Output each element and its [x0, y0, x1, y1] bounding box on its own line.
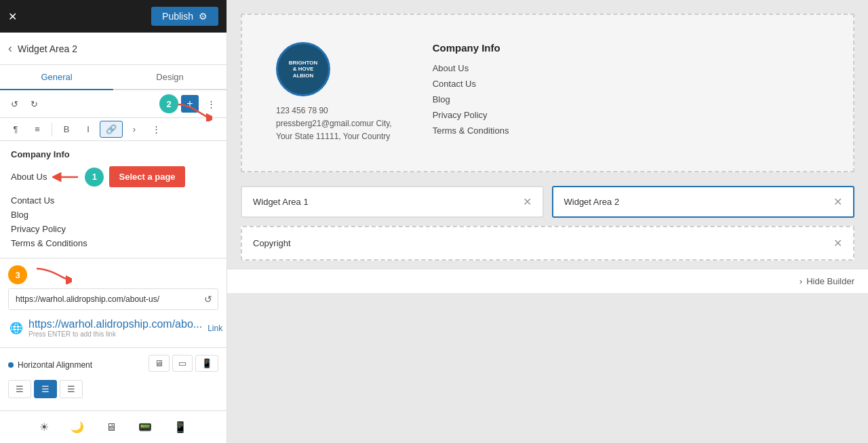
copyright-close[interactable]: ✕ [833, 237, 842, 250]
widget-row: Widget Area 1 ✕ Widget Area 2 ✕ [241, 186, 854, 218]
phone-btn[interactable]: 📱 [168, 418, 193, 436]
hide-builder-button[interactable]: › Hide Builder [800, 276, 854, 286]
panel-tabs: General Design [0, 65, 226, 90]
sun-moon-button[interactable]: ☀ [34, 418, 54, 436]
select-page-button[interactable]: Select a page [109, 166, 184, 187]
contact-city: Your State 11111, Your Country [276, 130, 392, 143]
alignment-label: Horizontal Alignment 🖥 ▭ 📱 [8, 355, 218, 374]
left-panel: ✕ Publish ⚙ ‹ Widget Area 2 General Desi… [0, 0, 227, 443]
logo-circle: BRIGHTON& HOVEALBION [276, 42, 330, 96]
widget-tab-2[interactable]: Widget Area 2 ✕ [552, 186, 855, 218]
widget-tabs-area: Widget Area 1 ✕ Widget Area 2 ✕ Copyrigh… [227, 186, 868, 269]
widget-tab-1-label: Widget Area 1 [253, 197, 309, 207]
url-suggestion: 🌐 https://warhol.alidropship.com/abo... … [8, 315, 218, 341]
align-controls: ☰ ☰ ☰ [8, 380, 218, 398]
bottom-toolbar: ☀ 🌙 🖥 📟 📱 [0, 410, 226, 443]
redo-button[interactable]: ↻ [25, 96, 43, 113]
undo-button[interactable]: ↺ [5, 96, 24, 113]
widget-tab-2-close[interactable]: ✕ [833, 195, 842, 208]
desktop-btn[interactable]: 🖥 [100, 419, 122, 436]
align-center-button[interactable]: ☰ [34, 380, 57, 398]
content-area: Company Info About Us 1 Select a page Co… [0, 141, 226, 258]
url-suggestion-main[interactable]: https://warhol.alidropship.com/abo... [28, 318, 202, 330]
close-icon[interactable]: ✕ [8, 10, 17, 23]
add-block-button[interactable]: + [181, 95, 199, 113]
footer-nav-links: About Us Contact Us Blog Privacy Policy … [433, 63, 509, 136]
widget-tab-1[interactable]: Widget Area 1 ✕ [241, 186, 544, 218]
paragraph-button[interactable]: ¶ [5, 121, 26, 138]
mobile-view-btn[interactable]: 📱 [195, 355, 218, 372]
nav-link-contact-us[interactable]: Contact Us [11, 195, 216, 206]
tablet-btn[interactable]: 📟 [133, 418, 157, 436]
url-suggestion-sub: Press ENTER to add this link [28, 330, 202, 338]
footer-logo-section: BRIGHTON& HOVEALBION 123 456 78 90 press… [276, 42, 392, 144]
url-input[interactable] [9, 289, 199, 309]
toolbar-row: ↺ ↻ 2 + ⋮ [0, 90, 226, 118]
footer-preview: BRIGHTON& HOVEALBION 123 456 78 90 press… [241, 14, 854, 172]
builder-bar: › Hide Builder [227, 269, 868, 293]
desktop-view-btn[interactable]: 🖥 [149, 355, 170, 372]
back-arrow-icon[interactable]: ‹ [8, 41, 12, 56]
footer-link-contact: Contact Us [433, 79, 509, 89]
main-canvas: BRIGHTON& HOVEALBION 123 456 78 90 press… [227, 0, 868, 443]
url-refresh-button[interactable]: ↺ [199, 290, 218, 309]
footer-nav-title: Company Info [433, 42, 509, 54]
tablet-view-btn[interactable]: ▭ [172, 355, 193, 372]
widget-tab-2-label: Widget Area 2 [564, 197, 620, 207]
nav-link-about-us[interactable]: About Us [11, 172, 47, 182]
align-button[interactable]: ≡ [27, 121, 47, 138]
moon-button[interactable]: 🌙 [65, 418, 90, 436]
bold-button[interactable]: B [56, 121, 77, 138]
url-link-button[interactable]: Link [208, 324, 222, 333]
format-more-dots[interactable]: ⋮ [146, 121, 167, 138]
footer-link-privacy: Privacy Policy [433, 110, 509, 120]
nav-link-blog[interactable]: Blog [11, 210, 216, 220]
url-section: 3 ↺ 🌐 https://warhol.alidropship.com/abo… [0, 258, 226, 347]
url-input-row: ↺ [8, 288, 218, 310]
widget-tab-1-close[interactable]: ✕ [523, 195, 532, 208]
widget-area-title: Widget Area 2 [18, 43, 218, 54]
italic-button[interactable]: I [78, 121, 98, 138]
tab-general[interactable]: General [0, 65, 113, 90]
format-toolbar: ¶ ≡ B I 🔗 › ⋮ [0, 118, 226, 141]
more-options-button[interactable]: ⋮ [201, 96, 221, 113]
gear-icon: ⚙ [199, 11, 208, 22]
toolbar-divider [52, 123, 52, 136]
contact-email: pressberg21@gmail.comur City, [276, 117, 392, 130]
align-left-button[interactable]: ☰ [8, 380, 31, 398]
bottom-settings: Horizontal Alignment 🖥 ▭ 📱 ☰ ☰ ☰ [0, 347, 226, 410]
footer-link-terms: Terms & Conditions [433, 126, 509, 136]
nav-link-terms[interactable]: Terms & Conditions [11, 238, 216, 248]
chevron-icon: › [800, 276, 802, 286]
tab-design[interactable]: Design [113, 65, 226, 90]
link-button[interactable]: 🔗 [100, 121, 123, 138]
footer-contact: 123 456 78 90 pressberg21@gmail.comur Ci… [276, 104, 392, 144]
annotation-badge-2: 2 [159, 94, 178, 113]
nav-links-list: About Us 1 Select a page Contact Us Blog… [11, 166, 216, 248]
more-format-button[interactable]: › [124, 121, 144, 138]
publish-label: Publish [162, 11, 193, 22]
copyright-label: Copyright [253, 238, 291, 248]
hide-builder-label: Hide Builder [806, 276, 854, 286]
footer-link-about: About Us [433, 63, 509, 73]
publish-button[interactable]: Publish ⚙ [151, 7, 218, 26]
company-info-heading: Company Info [11, 149, 216, 159]
nav-link-about-us-row: About Us 1 Select a page [11, 166, 216, 187]
globe-icon: 🌐 [9, 322, 23, 334]
nav-link-privacy-policy[interactable]: Privacy Policy [11, 224, 216, 234]
dot-indicator [8, 362, 14, 368]
footer-nav-section: Company Info About Us Contact Us Blog Pr… [433, 42, 509, 144]
annotation-badge-1: 1 [85, 168, 104, 187]
annotation-badge-3: 3 [8, 265, 27, 284]
footer-link-blog: Blog [433, 94, 509, 104]
top-bar: ✕ Publish ⚙ [0, 0, 226, 33]
contact-phone: 123 456 78 90 [276, 104, 392, 117]
copyright-row[interactable]: Copyright ✕ [241, 226, 854, 261]
widget-title-bar: ‹ Widget Area 2 [0, 33, 226, 65]
align-right-button[interactable]: ☰ [60, 380, 83, 398]
